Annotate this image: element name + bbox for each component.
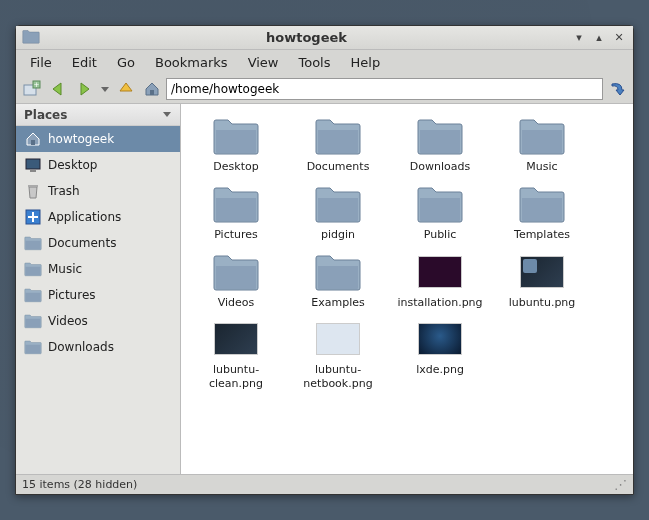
home-button[interactable] bbox=[140, 77, 164, 101]
up-button[interactable] bbox=[114, 77, 138, 101]
file-item[interactable]: Public bbox=[389, 184, 491, 242]
file-label: lubuntu-clean.png bbox=[191, 363, 281, 391]
file-item[interactable]: lubuntu-clean.png bbox=[185, 319, 287, 391]
image-thumbnail-icon bbox=[314, 319, 362, 359]
menu-help[interactable]: Help bbox=[341, 52, 391, 73]
image-thumbnail-icon bbox=[416, 252, 464, 292]
new-tab-button[interactable]: + bbox=[20, 77, 44, 101]
file-label: Documents bbox=[307, 160, 370, 174]
desktop-icon bbox=[24, 156, 42, 174]
icon-grid: DesktopDocumentsDownloadsMusicPicturespi… bbox=[185, 116, 629, 401]
close-button[interactable]: ✕ bbox=[611, 30, 627, 46]
sidebar-item-label: Applications bbox=[48, 210, 121, 224]
path-input[interactable] bbox=[166, 78, 603, 100]
resize-grip[interactable]: ⋰ bbox=[614, 477, 627, 492]
sidebar-item[interactable]: Music bbox=[16, 256, 180, 282]
file-label: Videos bbox=[218, 296, 255, 310]
file-label: Music bbox=[526, 160, 557, 174]
file-label: pidgin bbox=[321, 228, 355, 242]
image-thumbnail-icon bbox=[416, 319, 464, 359]
file-item[interactable]: Music bbox=[491, 116, 593, 174]
apps-icon bbox=[24, 208, 42, 226]
sidebar-item-label: Music bbox=[48, 262, 82, 276]
file-item[interactable]: lxde.png bbox=[389, 319, 491, 391]
folder-icon bbox=[24, 338, 42, 356]
file-label: Public bbox=[424, 228, 457, 242]
file-label: lubuntu.png bbox=[509, 296, 576, 310]
statusbar: 15 items (28 hidden) ⋰ bbox=[16, 474, 633, 494]
file-label: Pictures bbox=[214, 228, 258, 242]
main-pane[interactable]: DesktopDocumentsDownloadsMusicPicturespi… bbox=[181, 104, 633, 474]
file-label: lxde.png bbox=[416, 363, 464, 377]
sidebar-item[interactable]: howtogeek bbox=[16, 126, 180, 152]
home-icon bbox=[24, 130, 42, 148]
file-label: Downloads bbox=[410, 160, 470, 174]
minimize-button[interactable]: ▾ bbox=[571, 30, 587, 46]
svg-text:+: + bbox=[34, 80, 40, 88]
chevron-down-icon bbox=[162, 108, 172, 122]
folder-icon bbox=[518, 184, 566, 224]
file-item[interactable]: Videos bbox=[185, 252, 287, 310]
sidebar-header-label: Places bbox=[24, 108, 67, 122]
sidebar-item-label: Desktop bbox=[48, 158, 98, 172]
image-thumbnail-icon bbox=[212, 319, 260, 359]
body: Places howtogeekDesktopTrashApplications… bbox=[16, 104, 633, 474]
sidebar-item[interactable]: Downloads bbox=[16, 334, 180, 360]
menu-edit[interactable]: Edit bbox=[62, 52, 107, 73]
sidebar-item-label: Documents bbox=[48, 236, 116, 250]
folder-icon bbox=[24, 286, 42, 304]
status-text: 15 items (28 hidden) bbox=[22, 478, 137, 491]
sidebar-item-label: Downloads bbox=[48, 340, 114, 354]
file-label: lubuntu-netbook.png bbox=[293, 363, 383, 391]
window-title: howtogeek bbox=[46, 30, 567, 45]
folder-icon bbox=[314, 252, 362, 292]
sidebar-item-label: Trash bbox=[48, 184, 80, 198]
file-item[interactable]: lubuntu-netbook.png bbox=[287, 319, 389, 391]
menu-tools[interactable]: Tools bbox=[288, 52, 340, 73]
folder-icon bbox=[24, 234, 42, 252]
sidebar-item[interactable]: Documents bbox=[16, 230, 180, 256]
toolbar: + bbox=[16, 74, 633, 104]
back-button[interactable] bbox=[46, 77, 70, 101]
titlebar[interactable]: howtogeek ▾ ▴ ✕ bbox=[16, 26, 633, 50]
file-item[interactable]: Pictures bbox=[185, 184, 287, 242]
file-item[interactable]: lubuntu.png bbox=[491, 252, 593, 310]
file-label: installation.png bbox=[397, 296, 482, 310]
go-button[interactable] bbox=[605, 77, 629, 101]
maximize-button[interactable]: ▴ bbox=[591, 30, 607, 46]
menu-file[interactable]: File bbox=[20, 52, 62, 73]
file-label: Desktop bbox=[213, 160, 258, 174]
trash-icon bbox=[24, 182, 42, 200]
forward-button[interactable] bbox=[72, 77, 96, 101]
folder-icon bbox=[212, 184, 260, 224]
folder-icon bbox=[314, 184, 362, 224]
menu-bookmarks[interactable]: Bookmarks bbox=[145, 52, 238, 73]
file-item[interactable]: Downloads bbox=[389, 116, 491, 174]
menu-go[interactable]: Go bbox=[107, 52, 145, 73]
menu-view[interactable]: View bbox=[238, 52, 289, 73]
svg-rect-6 bbox=[30, 170, 36, 172]
sidebar-item[interactable]: Videos bbox=[16, 308, 180, 334]
sidebar-item[interactable]: Desktop bbox=[16, 152, 180, 178]
folder-icon bbox=[212, 116, 260, 156]
file-item[interactable]: Templates bbox=[491, 184, 593, 242]
file-label: Templates bbox=[514, 228, 570, 242]
folder-icon bbox=[24, 312, 42, 330]
file-item[interactable]: pidgin bbox=[287, 184, 389, 242]
sidebar-header[interactable]: Places bbox=[16, 104, 180, 126]
file-item[interactable]: installation.png bbox=[389, 252, 491, 310]
file-manager-window: howtogeek ▾ ▴ ✕ File Edit Go Bookmarks V… bbox=[15, 25, 634, 495]
sidebar-list: howtogeekDesktopTrashApplicationsDocumen… bbox=[16, 126, 180, 474]
folder-icon bbox=[314, 116, 362, 156]
history-dropdown-button[interactable] bbox=[98, 77, 112, 101]
file-item[interactable]: Desktop bbox=[185, 116, 287, 174]
sidebar-item[interactable]: Pictures bbox=[16, 282, 180, 308]
sidebar-item[interactable]: Applications bbox=[16, 204, 180, 230]
image-thumbnail-icon bbox=[518, 252, 566, 292]
sidebar-item[interactable]: Trash bbox=[16, 178, 180, 204]
folder-icon bbox=[416, 116, 464, 156]
sidebar: Places howtogeekDesktopTrashApplications… bbox=[16, 104, 181, 474]
sidebar-item-label: howtogeek bbox=[48, 132, 114, 146]
file-item[interactable]: Documents bbox=[287, 116, 389, 174]
file-item[interactable]: Examples bbox=[287, 252, 389, 310]
